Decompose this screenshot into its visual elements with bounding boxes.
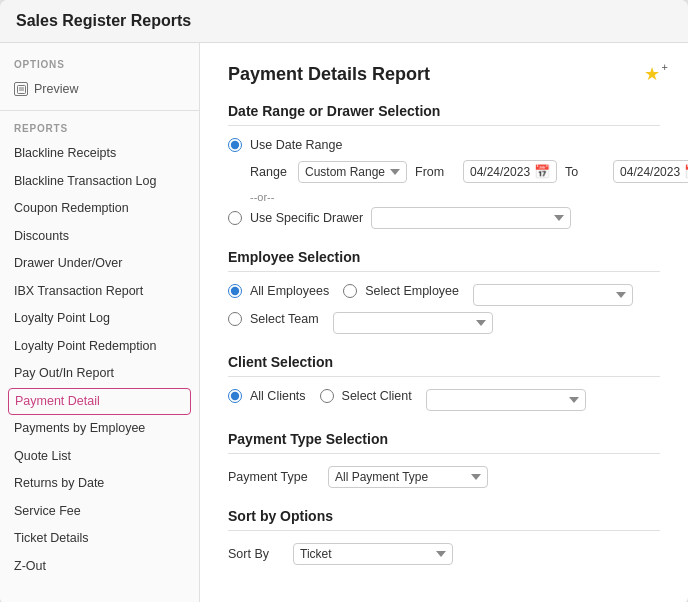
select-employee-option: Select Employee xyxy=(343,284,459,298)
select-client-radio[interactable] xyxy=(320,389,334,403)
from-label: From xyxy=(415,165,455,179)
employee-select[interactable] xyxy=(473,284,633,306)
select-team-radio[interactable] xyxy=(228,312,242,326)
from-date-value: 04/24/2023 xyxy=(470,165,530,179)
sidebar-item-payment-detail[interactable]: Payment Detail xyxy=(8,388,191,416)
or-divider: --or-- xyxy=(228,191,660,203)
employee-options: All Employees Select Employee xyxy=(228,284,660,334)
select-team-option: Select Team xyxy=(228,312,319,326)
preview-label: Preview xyxy=(34,82,78,96)
client-title: Client Selection xyxy=(228,354,660,377)
sidebar-item-service-fee[interactable]: Service Fee xyxy=(0,498,199,526)
favorite-button[interactable]: ★+ xyxy=(644,63,660,85)
specific-drawer-select[interactable] xyxy=(371,207,571,229)
select-employee-radio[interactable] xyxy=(343,284,357,298)
to-calendar-icon: 📅 xyxy=(684,164,688,179)
use-specific-drawer-label: Use Specific Drawer xyxy=(250,211,363,225)
select-team-label: Select Team xyxy=(250,312,319,326)
date-range-title: Date Range or Drawer Selection xyxy=(228,103,660,126)
client-row: All Clients Select Client xyxy=(228,389,660,411)
client-section: Client Selection All Clients Select Clie… xyxy=(228,354,660,411)
payment-type-row: Payment Type All Payment TypeCashCredit … xyxy=(228,466,660,488)
sidebar: OPTIONS Preview REPORTS Blackline Receip… xyxy=(0,43,200,602)
all-clients-label: All Clients xyxy=(250,389,306,403)
preview-item[interactable]: Preview xyxy=(0,76,199,102)
from-calendar-icon: 📅 xyxy=(534,164,550,179)
main-panel: Payment Details Report ★+ Date Range or … xyxy=(200,43,688,602)
to-date-field[interactable]: 04/24/2023 📅 xyxy=(613,160,688,183)
sort-section: Sort by Options Sort By TicketDateEmploy… xyxy=(228,508,660,565)
use-date-range-radio[interactable] xyxy=(228,138,242,152)
sort-by-label: Sort By xyxy=(228,547,283,561)
range-row: Range Custom RangeTodayYesterdayThis Wee… xyxy=(228,160,660,183)
sidebar-item-blackline-receipts[interactable]: Blackline Receipts xyxy=(0,140,199,168)
all-clients-option: All Clients xyxy=(228,389,306,403)
sort-title: Sort by Options xyxy=(228,508,660,531)
app-window: Sales Register Reports OPTIONS Preview R… xyxy=(0,0,688,602)
star-icon: ★ xyxy=(644,64,660,84)
sort-row: Sort By TicketDateEmployeeClient xyxy=(228,543,660,565)
all-employees-radio[interactable] xyxy=(228,284,242,298)
sidebar-item-z-out[interactable]: Z-Out xyxy=(0,553,199,581)
use-date-range-row: Use Date Range xyxy=(228,138,660,152)
employee-row-1: All Employees Select Employee xyxy=(228,284,660,306)
employee-section: Employee Selection All Employees Select … xyxy=(228,249,660,334)
use-specific-drawer-radio[interactable] xyxy=(228,211,242,225)
sidebar-item-returns-by-date[interactable]: Returns by Date xyxy=(0,470,199,498)
payment-type-title: Payment Type Selection xyxy=(228,431,660,454)
range-select[interactable]: Custom RangeTodayYesterdayThis WeekThis … xyxy=(298,161,407,183)
main-header: Payment Details Report ★+ xyxy=(228,63,660,85)
sidebar-item-blackline-transaction-log[interactable]: Blackline Transaction Log xyxy=(0,168,199,196)
sidebar-item-coupon-redemption[interactable]: Coupon Redemption xyxy=(0,195,199,223)
all-employees-label: All Employees xyxy=(250,284,329,298)
team-select[interactable] xyxy=(333,312,493,334)
to-label: To xyxy=(565,165,605,179)
report-title: Payment Details Report xyxy=(228,64,430,85)
select-client-option: Select Client xyxy=(320,389,412,403)
reports-section-label: REPORTS xyxy=(0,119,199,140)
sort-by-select[interactable]: TicketDateEmployeeClient xyxy=(293,543,453,565)
all-clients-radio[interactable] xyxy=(228,389,242,403)
app-title: Sales Register Reports xyxy=(16,12,672,30)
sidebar-item-ticket-details[interactable]: Ticket Details xyxy=(0,525,199,553)
sidebar-item-loyalty-point-redemption[interactable]: Loyalty Point Redemption xyxy=(0,333,199,361)
sidebar-item-quote-list[interactable]: Quote List xyxy=(0,443,199,471)
payment-type-label: Payment Type xyxy=(228,470,318,484)
sidebar-item-drawer-under-over[interactable]: Drawer Under/Over xyxy=(0,250,199,278)
employee-title: Employee Selection xyxy=(228,249,660,272)
sidebar-items: Blackline ReceiptsBlackline Transaction … xyxy=(0,140,199,580)
sidebar-item-pay-out-in-report[interactable]: Pay Out/In Report xyxy=(0,360,199,388)
content-area: OPTIONS Preview REPORTS Blackline Receip… xyxy=(0,43,688,602)
employee-row-2: Select Team xyxy=(228,312,660,334)
to-date-value: 04/24/2023 xyxy=(620,165,680,179)
title-bar: Sales Register Reports xyxy=(0,0,688,43)
from-date-field[interactable]: 04/24/2023 📅 xyxy=(463,160,557,183)
client-select[interactable] xyxy=(426,389,586,411)
payment-type-select[interactable]: All Payment TypeCashCredit CardCheckOthe… xyxy=(328,466,488,488)
all-employees-option: All Employees xyxy=(228,284,329,298)
payment-type-section: Payment Type Selection Payment Type All … xyxy=(228,431,660,488)
preview-icon xyxy=(14,82,28,96)
sidebar-divider xyxy=(0,110,199,111)
range-label: Range xyxy=(250,165,290,179)
sidebar-item-ibx-transaction-report[interactable]: IBX Transaction Report xyxy=(0,278,199,306)
sidebar-item-payments-by-employee[interactable]: Payments by Employee xyxy=(0,415,199,443)
select-client-label: Select Client xyxy=(342,389,412,403)
sidebar-item-loyalty-point-log[interactable]: Loyalty Point Log xyxy=(0,305,199,333)
date-range-section: Date Range or Drawer Selection Use Date … xyxy=(228,103,660,229)
specific-drawer-row: Use Specific Drawer xyxy=(228,207,660,229)
sidebar-item-discounts[interactable]: Discounts xyxy=(0,223,199,251)
options-section-label: OPTIONS xyxy=(0,55,199,76)
plus-icon: + xyxy=(662,61,668,73)
use-date-range-label: Use Date Range xyxy=(250,138,342,152)
select-employee-label: Select Employee xyxy=(365,284,459,298)
